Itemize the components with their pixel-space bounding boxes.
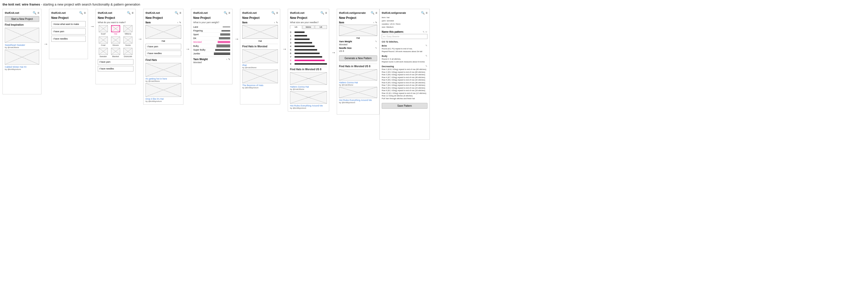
menu-icon-f4[interactable]: ≡: [180, 11, 181, 15]
beyonce-hats-link[interactable]: The Beyonce of Hats: [242, 84, 278, 87]
needle-8[interactable]: 8: [290, 59, 327, 62]
needle-2[interactable]: 2: [290, 37, 327, 41]
yarn-lace[interactable]: Lace: [193, 25, 230, 29]
edit-icon-f6[interactable]: ✎: [276, 21, 278, 24]
super-bulky-lines: [215, 49, 230, 51]
frame5-wrapper: theKnit.net 🔍 ≡ New Project What is your…: [191, 9, 240, 84]
back-icon-f5[interactable]: ‹: [226, 58, 227, 61]
category-dishcloth[interactable]: Dishcloth: [123, 48, 133, 58]
edit-decreasing[interactable]: ✎: [426, 65, 428, 67]
hot-rules-link[interactable]: Hot Rules Everything Around Me: [290, 105, 327, 107]
yarn-dk[interactable]: DK: [193, 36, 230, 40]
category-mittens[interactable]: Mittens: [123, 25, 133, 35]
needle-9[interactable]: 9: [290, 62, 327, 66]
arrow-3: →: [137, 36, 143, 42]
yarn-worsted[interactable]: Worsted: [193, 40, 230, 44]
frame4: theKnit.net 🔍 ≡ New Project Item ‹ ✎ Hat: [143, 9, 183, 105]
hot-rules-link-f8[interactable]: Hot Rules Everything Around Me: [339, 99, 377, 102]
edit-icon-f4[interactable]: ✎: [179, 21, 181, 24]
drop-it-by: by @knittbynoture: [146, 100, 181, 103]
menu-icon-f3[interactable]: ≡: [132, 11, 133, 15]
hat-item-name-f6: Hat: [242, 40, 278, 42]
menu-icon-f8[interactable]: ≡: [375, 11, 377, 15]
needle-5[interactable]: 5: [290, 48, 327, 52]
needle-size-label-f8: Needle Size: [339, 47, 351, 49]
yarn-bulky[interactable]: Bulky: [193, 44, 230, 48]
hatters-link-f8[interactable]: Hatters Gonna Hat: [339, 81, 377, 84]
search-icon-f8[interactable]: 🔍: [371, 11, 374, 15]
start-new-project-button[interactable]: Start a New Project: [5, 16, 39, 22]
hot-rules-by: by @knittbynoture: [290, 107, 327, 109]
have-yarn-input-f4[interactable]: I have yarn: [146, 44, 181, 49]
yarn-super-bulky[interactable]: Super Bulky: [193, 48, 230, 52]
frame7-icons: 🔍 ≡: [320, 11, 327, 15]
category-scarf[interactable]: Scarf: [98, 25, 108, 35]
edit-yarn-f8[interactable]: ✎: [375, 40, 377, 43]
back-icon-f8[interactable]: ‹: [373, 21, 374, 24]
sweetheart-sweater-link[interactable]: Sweetheart Sweater: [5, 44, 39, 46]
needle-7[interactable]: 7: [290, 55, 327, 59]
pattern-name-input[interactable]: ex: Easy Beanie: [382, 34, 428, 39]
frame5: theKnit.net 🔍 ≡ New Project What is your…: [191, 9, 232, 84]
category-gloves[interactable]: Gloves: [110, 36, 121, 46]
category-socks[interactable]: Socks: [123, 36, 133, 46]
edit-icon-f8[interactable]: ✎: [375, 21, 377, 24]
hatters-link[interactable]: Hatters Gonna Hat: [290, 86, 327, 88]
menu-icon-f6[interactable]: ≡: [276, 11, 278, 15]
category-sweater[interactable]: Sweater: [98, 48, 108, 58]
drop-it-link[interactable]: Drop it like it's Hat: [146, 97, 181, 100]
search-icon-f6[interactable]: 🔍: [271, 11, 275, 15]
menu-icon-f7[interactable]: ≡: [325, 11, 327, 15]
save-pattern-button[interactable]: Save Pattern: [382, 103, 428, 109]
category-blanket[interactable]: Blanket: [110, 48, 121, 58]
needle-tab-us[interactable]: US: [290, 25, 302, 29]
pattern-img-f4-2: [146, 83, 181, 97]
edit-brim[interactable]: ✎: [426, 44, 428, 47]
edit-name-f9[interactable]: ✎ ✏: [423, 31, 428, 33]
needle-1[interactable]: 1: [290, 34, 327, 37]
cabled-hat-link[interactable]: Cabled Winter Hat #3: [5, 66, 39, 68]
edit-icon-f5[interactable]: ✎: [228, 58, 230, 61]
search-icon-f2[interactable]: 🔍: [79, 11, 83, 15]
have-needles-input-f4[interactable]: I have needles: [146, 51, 181, 56]
yarn-fingering[interactable]: Fingering: [193, 29, 230, 33]
have-yarn-input-f3[interactable]: I have yarn: [98, 59, 133, 65]
search-icon-f3[interactable]: 🔍: [127, 11, 131, 15]
needle-6[interactable]: 6: [290, 52, 327, 55]
have-yarn-input-f2[interactable]: I have yarn: [51, 28, 86, 34]
edit-body[interactable]: ✎: [426, 55, 428, 57]
needle-3[interactable]: 3: [290, 41, 327, 45]
arrow-7: →: [330, 50, 337, 55]
search-icon-f4[interactable]: 🔍: [175, 11, 179, 15]
menu-icon-f1[interactable]: ≡: [37, 11, 39, 15]
have-needles-input-f3[interactable]: I have needles: [98, 66, 133, 72]
needle-0[interactable]: 0: [290, 30, 327, 34]
yarn-sport[interactable]: Sport: [193, 33, 230, 36]
category-cowl[interactable]: Cowl: [98, 36, 108, 46]
know-what-input[interactable]: I know what want to make: [51, 21, 86, 27]
pattern-img-f6-2: [242, 69, 278, 83]
generate-pattern-button[interactable]: Generate a New Pattern: [339, 55, 377, 61]
back-icon-f6[interactable]: ‹: [274, 21, 275, 24]
needle-tab-uk[interactable]: UK: [315, 25, 327, 29]
needle-tab-metric[interactable]: Metric: [303, 25, 315, 29]
search-icon-f5[interactable]: 🔍: [224, 11, 227, 15]
yarn-jumbo[interactable]: Jumbo: [193, 52, 230, 56]
frame2-icons: 🔍 ≡: [79, 11, 86, 15]
needle-4[interactable]: 4: [290, 45, 327, 48]
search-icon-f9[interactable]: 🔍: [421, 11, 425, 15]
getting-hot-link[interactable]: It's getting hot in here: [146, 78, 181, 80]
hashtag-hat-link[interactable]: #hat: [242, 64, 278, 66]
menu-icon-f9[interactable]: ≡: [426, 11, 428, 15]
menu-icon-f2[interactable]: ≡: [84, 11, 86, 15]
back-icon-f4[interactable]: ‹: [178, 21, 178, 24]
have-needles-input-f2[interactable]: I have needles: [51, 36, 86, 42]
edit-needle-f8[interactable]: ✎: [375, 47, 377, 49]
frame1: theKnit.net 🔍 ≡ Start a New Project Find…: [2, 9, 41, 94]
search-icon-f7[interactable]: 🔍: [320, 11, 324, 15]
search-icon-f1[interactable]: 🔍: [33, 11, 36, 15]
menu-icon-f5[interactable]: ≡: [228, 11, 230, 15]
sport-lines: [220, 33, 230, 35]
category-hat[interactable]: Hat: [110, 25, 121, 35]
arrow-4: →: [184, 47, 191, 52]
